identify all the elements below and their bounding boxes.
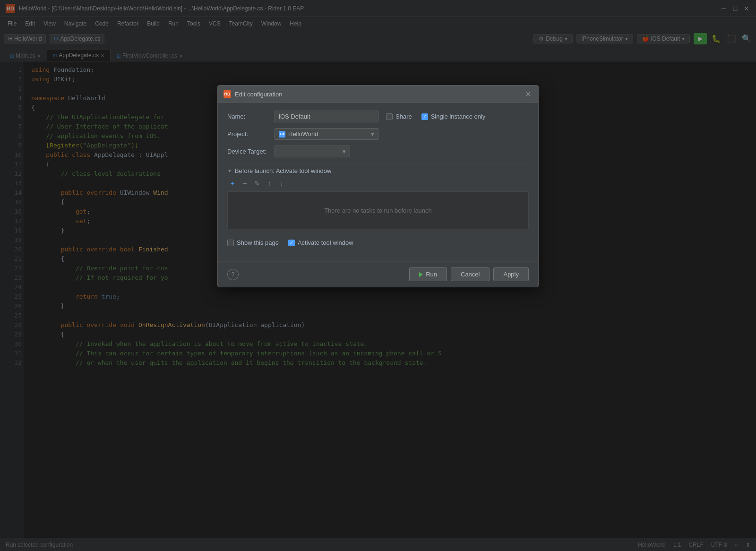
project-dropdown[interactable]: C# HelloWorld ▾ <box>275 128 378 140</box>
dialog-footer: ? Run Cancel Apply <box>218 261 538 287</box>
activate-tool-label: Activate tool window <box>298 239 353 246</box>
before-launch-up-button[interactable]: ↑ <box>264 178 275 189</box>
cancel-button[interactable]: Cancel <box>451 267 490 281</box>
help-button[interactable]: ? <box>227 269 239 280</box>
name-label: Name: <box>227 113 275 120</box>
before-launch-empty-state: There are no tasks to run before launch <box>227 191 529 229</box>
dialog-title-bar: RD Edit configuration ✕ <box>218 86 538 103</box>
before-launch-down-button[interactable]: ↓ <box>276 178 287 189</box>
run-label: Run <box>426 271 437 278</box>
before-launch-header[interactable]: ▼ Before launch: Activate tool window <box>227 167 529 174</box>
before-launch-remove-button[interactable]: − <box>240 178 250 189</box>
edit-configuration-dialog: RD Edit configuration ✕ Name: Share Sing… <box>217 85 539 287</box>
before-launch-arrow-icon: ▼ <box>227 168 232 173</box>
project-icon: C# <box>279 131 285 138</box>
run-button[interactable]: Run <box>409 267 447 281</box>
show-page-label: Show this page <box>237 239 279 246</box>
single-instance-checkbox[interactable] <box>421 113 428 120</box>
device-target-arrow-icon: ▾ <box>343 148 346 155</box>
before-launch-toolbar: + − ✎ ↑ ↓ <box>227 178 529 189</box>
separator-2 <box>227 235 529 235</box>
name-input[interactable] <box>275 111 378 122</box>
cancel-label: Cancel <box>461 271 480 278</box>
before-launch-title: Before launch: Activate tool window <box>235 167 332 174</box>
device-target-label: Device Target: <box>227 148 275 155</box>
single-instance-label: Single instance only <box>431 113 486 120</box>
separator-1 <box>227 163 529 164</box>
run-arrow-icon <box>419 272 423 277</box>
options-group: Share Single instance only <box>386 113 485 120</box>
share-checkbox-item[interactable]: Share <box>386 113 412 120</box>
single-instance-checkbox-item[interactable]: Single instance only <box>421 113 486 120</box>
share-checkbox[interactable] <box>386 113 393 120</box>
name-row: Name: Share Single instance only <box>227 111 529 122</box>
before-launch-section: ▼ Before launch: Activate tool window + … <box>227 167 529 229</box>
apply-button[interactable]: Apply <box>493 267 529 281</box>
bottom-checkboxes: Show this page Activate tool window <box>227 239 529 246</box>
show-page-checkbox-item[interactable]: Show this page <box>227 239 279 246</box>
device-target-row: Device Target: ▾ <box>227 146 529 157</box>
modal-overlay: RD Edit configuration ✕ Name: Share Sing… <box>0 0 756 551</box>
apply-label: Apply <box>503 271 519 278</box>
project-value: HelloWorld <box>288 130 318 138</box>
activate-tool-checkbox[interactable] <box>288 240 295 246</box>
before-launch-add-button[interactable]: + <box>227 178 238 189</box>
project-label: Project: <box>227 130 275 138</box>
project-row: Project: C# HelloWorld ▾ <box>227 128 529 140</box>
activate-tool-checkbox-item[interactable]: Activate tool window <box>288 239 353 246</box>
device-target-dropdown[interactable]: ▾ <box>275 146 350 157</box>
share-label: Share <box>395 113 412 120</box>
show-page-checkbox[interactable] <box>227 240 234 246</box>
dialog-title: Edit configuration <box>235 91 523 98</box>
before-launch-empty-message: There are no tasks to run before launch <box>324 207 432 214</box>
dialog-icon: RD <box>223 90 231 98</box>
before-launch-edit-button[interactable]: ✎ <box>252 178 262 189</box>
dialog-close-button[interactable]: ✕ <box>523 89 533 99</box>
dialog-body: Name: Share Single instance only Project… <box>218 103 538 261</box>
project-dropdown-arrow-icon: ▾ <box>371 130 374 138</box>
